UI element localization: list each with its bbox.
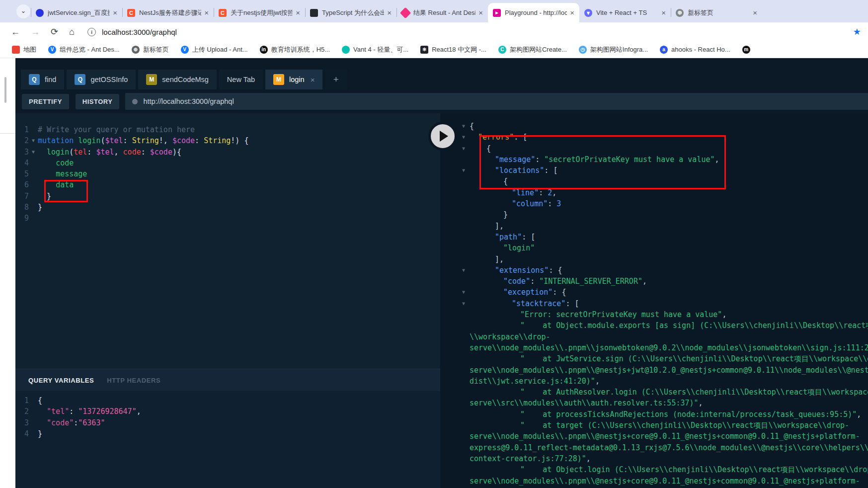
bookmark-item[interactable]: V上传 Upload - Ant... [181, 45, 248, 54]
playground-tab-New Tab[interactable]: New Tab [219, 70, 263, 89]
tab-close-icon[interactable]: × [204, 8, 209, 17]
playground-tab-sendCodeMsg[interactable]: MsendCodeMsg [138, 70, 217, 89]
browser-tab[interactable]: TypeScript 为什么会出现× [305, 3, 396, 22]
browser-tab[interactable]: ▼Vite + React + TS× [579, 3, 671, 22]
tab-close-icon[interactable]: × [311, 76, 315, 84]
bookmark-item[interactable]: 地图 [12, 45, 36, 54]
bookmark-item[interactable]: m [742, 46, 754, 54]
fold-caret-icon[interactable]: ▼ [462, 165, 465, 176]
browser-tab[interactable]: ▸Playground - http://loca× [488, 3, 579, 22]
code-segment [74, 136, 78, 145]
code-segment: $code [172, 136, 195, 145]
code-segment: , [715, 155, 719, 164]
endpoint-url: http://localhost:3000/graphql [143, 97, 234, 105]
fold-caret-icon[interactable]: ▼ [462, 287, 465, 298]
bookmark-item[interactable]: in教育培训系统，H5... [260, 45, 330, 54]
response-line: "code": "INTERNAL_SERVER_ERROR", [440, 276, 868, 287]
code-segment: , [552, 188, 556, 197]
code-segment: "6363" [78, 418, 105, 427]
playground-tab-login[interactable]: Mlogin× [265, 70, 322, 89]
code-text: "code":"6363" [38, 417, 105, 428]
bookmark-item[interactable]: aahooks - React Ho... [660, 46, 730, 54]
new-tab-plus-button[interactable]: + [325, 70, 347, 89]
home-icon[interactable]: ⌂ [69, 27, 75, 37]
code-segment: : { [549, 266, 562, 275]
browser-tab-label: Playground - http://loca [505, 9, 567, 16]
bookmark-item[interactable]: ⊕新标签页 [132, 45, 169, 54]
fold-caret-icon[interactable]: ▼ [462, 132, 465, 143]
bookmark-label: 新标签页 [143, 45, 169, 54]
browser-tab[interactable]: CNestJs服务搭建步骤记录× [122, 3, 214, 22]
tab-close-icon[interactable]: × [753, 8, 757, 17]
fold-caret-icon[interactable]: ▼ [462, 121, 465, 132]
fold-caret-icon[interactable]: ▼ [29, 135, 38, 146]
forward-icon[interactable]: → [31, 27, 40, 37]
code-segment: , [722, 310, 726, 319]
code-segment: mutation [38, 136, 74, 145]
bookmark-item[interactable]: ◷架构图网站Infogra... [579, 45, 648, 54]
response-json: ▼{▼"errors": [▼{"message": "secretOrPriv… [440, 121, 868, 487]
fold-caret-icon[interactable]: ▼ [462, 143, 465, 154]
code-segment: "Error: secretOrPrivateKey must have a v… [520, 310, 722, 319]
bookmark-star-icon[interactable]: ★ [853, 26, 861, 37]
code-segment: "login" [503, 244, 535, 252]
code-segment: : [141, 148, 150, 157]
bookmark-item[interactable]: Vant 4 - 轻量、可... [342, 45, 408, 54]
side-panel-handle [4, 77, 6, 103]
bookmark-item[interactable]: V组件总览 - Ant Des... [48, 45, 120, 54]
variables-editor[interactable]: 1{2 "tel": "13726928647",3 "code":"6363"… [15, 395, 440, 439]
tab-query-variables[interactable]: QUERY VARIABLES [28, 377, 94, 384]
fold-caret-icon[interactable]: ▼ [462, 265, 465, 276]
code-segment: $tel [96, 148, 114, 157]
url-text[interactable]: localhost:3000/graphql [102, 28, 177, 36]
endpoint-input[interactable]: http://localhost:3000/graphql [125, 93, 868, 110]
code-segment: # Write your query or mutation here [38, 125, 195, 134]
browser-tab[interactable]: ⊕新标签页× [671, 3, 762, 22]
code-segment: " at JwtService.sign (C:\\Users\\chenjin… [520, 354, 868, 363]
bookmark-item[interactable]: C架构图网站Create... [498, 45, 567, 54]
tab-search-chevron-icon[interactable]: ⌄ [16, 4, 30, 18]
browser-tab[interactable]: jwtService.sign_百度搜索× [31, 3, 122, 22]
line-number: 4 [15, 428, 29, 439]
playground-tab-getOSSInfo[interactable]: QgetOSSInfo [67, 70, 136, 89]
browser-tab[interactable]: 结果 Result - Ant Design× [396, 3, 488, 22]
tab-close-icon[interactable]: × [387, 8, 392, 17]
screen: ⌄ jwtService.sign_百度搜索×CNestJs服务搭建步骤记录×C… [0, 0, 868, 488]
query-editor[interactable]: 1# Write your query or mutation here2▼mu… [15, 124, 440, 224]
query-editor-pane[interactable]: 1# Write your query or mutation here2▼mu… [15, 113, 440, 488]
execute-button[interactable] [428, 122, 457, 151]
line-number: 3 [15, 147, 29, 158]
response-line: "message": "secretOrPrivateKey must have… [440, 154, 868, 165]
fold-caret-icon[interactable]: ▼ [29, 147, 38, 158]
browser-tab[interactable]: C关于nestjs使用jwt按照官× [214, 3, 305, 22]
response-line: " at JwtService.sign (C:\\Users\\chenjin… [440, 353, 868, 364]
code-segment: : [195, 136, 204, 145]
black-circle-icon: in [260, 46, 268, 54]
bookmark-item[interactable]: ⚛React18 中文网 -... [420, 45, 486, 54]
tab-close-icon[interactable]: × [478, 8, 483, 17]
history-button[interactable]: HISTORY [76, 94, 120, 109]
ant-v-icon: V [48, 46, 56, 54]
prettify-button[interactable]: PRETTIFY [22, 94, 69, 109]
fold-caret-icon[interactable]: ▼ [462, 298, 465, 309]
browser-tab-label: jwtService.sign_百度搜索 [48, 8, 110, 17]
tab-close-icon[interactable]: × [661, 8, 666, 17]
tab-close-icon[interactable]: × [570, 8, 574, 17]
back-icon[interactable]: ← [11, 27, 20, 37]
editor-line: 6 data [15, 179, 440, 190]
reload-icon[interactable]: ⟳ [51, 26, 58, 37]
site-info-icon[interactable]: i [87, 28, 96, 36]
response-line: express@9.0.11_reflect-metadata@0.1.13_r… [440, 442, 868, 453]
code-segment: serve\\node_modules\\.pnpm\\@nestjs+core… [470, 432, 860, 441]
code-segment: , [586, 454, 591, 463]
response-line: "column": 3 [440, 198, 868, 209]
bookmark-label: Vant 4 - 轻量、可... [353, 45, 408, 54]
tab-close-icon[interactable]: × [296, 8, 300, 17]
tab-http-headers[interactable]: HTTP HEADERS [107, 377, 160, 384]
gutter-spacer [29, 158, 38, 168]
code-segment: : [548, 199, 556, 208]
code-segment: context-creator.js:77:28)" [470, 454, 586, 463]
tab-close-icon[interactable]: × [113, 8, 117, 17]
playground-tab-find[interactable]: Qfind [21, 70, 64, 89]
code-text: message [38, 168, 87, 179]
